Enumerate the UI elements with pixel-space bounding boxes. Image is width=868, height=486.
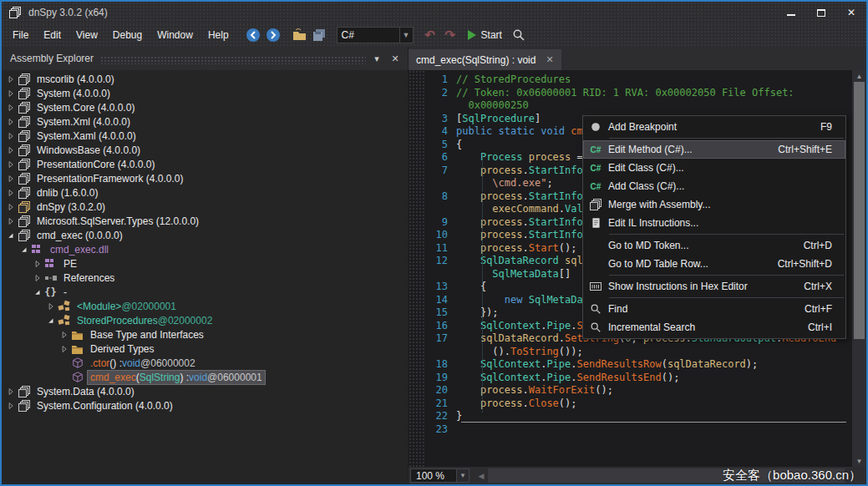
open-file-button[interactable] (291, 26, 309, 44)
code-line[interactable]: 1// StoredProcedures (424, 73, 852, 87)
expander-expanded-icon[interactable] (18, 242, 30, 256)
expander-expanded-icon[interactable] (5, 228, 17, 242)
code-line[interactable]: 19 SqlContext.Pipe.SendResultsEnd(); (424, 372, 852, 385)
menu-item-file[interactable]: File (5, 26, 36, 44)
tree-item[interactable]: References (2, 271, 408, 285)
minimize-button[interactable] (776, 2, 806, 23)
tab-close-icon[interactable]: ✕ (546, 54, 553, 65)
expander-collapsed-icon[interactable] (5, 143, 17, 157)
scroll-up-icon[interactable]: ▲ (852, 70, 866, 82)
expander-collapsed-icon[interactable] (58, 342, 70, 356)
menu-item-edit[interactable]: Edit (36, 26, 69, 44)
expander-collapsed-icon[interactable] (5, 185, 17, 200)
tree-item[interactable]: dnlib (1.6.0.0) (2, 185, 408, 200)
vertical-scrollbar[interactable]: ▲ ▼ (852, 70, 866, 467)
start-debug-button[interactable]: Start (467, 29, 502, 41)
context-menu-item[interactable]: Incremental SearchCtrl+I (583, 318, 845, 337)
expander-collapsed-icon[interactable] (32, 271, 43, 285)
code-line[interactable]: 21 process.Close(); (424, 397, 852, 411)
code-line[interactable]: 2// Token: 0x06000001 RID: 1 RVA: 0x0000… (424, 87, 852, 100)
expander-collapsed-icon[interactable] (5, 384, 17, 398)
tree-item[interactable]: WindowsBase (4.0.0.0) (2, 143, 408, 157)
context-menu-item[interactable]: C#Add Class (C#)... (583, 177, 845, 195)
tree-item[interactable]: System.Configuration (4.0.0.0) (2, 398, 408, 413)
context-menu-item[interactable]: Add BreakpointF9 (583, 118, 845, 136)
chevron-down-icon[interactable]: ▾ (369, 51, 384, 66)
tree-item[interactable]: {}- (2, 285, 408, 299)
tab-cmd-exec[interactable]: cmd_exec(SqlString) : void ✕ (409, 49, 561, 70)
tree-item[interactable]: cmd_exec.dll (2, 242, 408, 256)
code-line[interactable]: ().ToString()); (424, 346, 852, 359)
close-panel-icon[interactable]: ✕ (388, 51, 403, 66)
tree-item[interactable]: cmd_exec(SqlString) : void @06000001 (2, 370, 408, 384)
tree-item[interactable]: PresentationFramework (4.0.0.0) (2, 171, 408, 185)
code-line[interactable]: 0x00000250 (424, 99, 852, 113)
navigate-back-button[interactable] (244, 26, 262, 44)
search-button[interactable] (510, 26, 528, 44)
expander-collapsed-icon[interactable] (45, 299, 57, 313)
tree-item[interactable]: System.Xml (4.0.0.0) (2, 114, 408, 129)
expander-collapsed-icon[interactable] (5, 398, 17, 413)
tree-item[interactable]: StoredProcedures @02000002 (2, 313, 408, 327)
tree-item[interactable]: cmd_exec (0.0.0.0) (2, 228, 408, 242)
close-button[interactable]: ✕ (836, 2, 866, 23)
zoom-combobox[interactable]: 100 % (410, 468, 457, 483)
expander-collapsed-icon[interactable] (58, 327, 70, 342)
redo-button[interactable]: ↷ (441, 26, 459, 44)
expander-expanded-icon[interactable] (32, 285, 43, 299)
expander-collapsed-icon[interactable] (5, 157, 17, 171)
expander-collapsed-icon[interactable] (5, 100, 17, 114)
menu-item-debug[interactable]: Debug (105, 26, 150, 44)
expander-collapsed-icon[interactable] (5, 171, 17, 185)
context-menu-item[interactable]: Show Instructions in Hex EditorCtrl+X (583, 277, 845, 296)
tree-label-part: () : (109, 357, 122, 369)
expander-collapsed-icon[interactable] (5, 72, 17, 86)
code-line[interactable]: 18 SqlContext.Pipe.SendResultsRow(sqlDat… (424, 358, 852, 372)
context-menu-item[interactable]: Edit IL Instructions... (583, 214, 845, 232)
context-menu-item[interactable]: Merge with Assembly... (583, 195, 845, 214)
save-all-button[interactable] (311, 26, 329, 44)
menu-item-window[interactable]: Window (150, 26, 201, 44)
context-menu-item[interactable]: Go to MD Token...Ctrl+D (583, 236, 845, 255)
expander-expanded-icon[interactable] (45, 313, 57, 327)
tree-item[interactable]: PresentationCore (4.0.0.0) (2, 157, 408, 171)
tree-item[interactable]: System (4.0.0.0) (2, 86, 408, 100)
tree-item[interactable]: .ctor() : void @06000002 (2, 356, 408, 370)
scroll-down-icon[interactable]: ▼ (852, 455, 866, 467)
tree-item[interactable]: <Module> @02000001 (2, 299, 408, 313)
expander-collapsed-icon[interactable] (5, 200, 17, 214)
breakpoint-gutter[interactable] (409, 70, 424, 467)
code-token: . (571, 320, 576, 332)
scroll-left-icon[interactable]: ◀ (475, 472, 488, 480)
code-line[interactable]: 20 process.WaitForExit(); (424, 384, 852, 397)
navigate-forward-button[interactable] (264, 26, 282, 44)
scrollbar-thumb[interactable] (854, 82, 865, 339)
context-menu-item[interactable]: FindCtrl+F (583, 300, 845, 318)
context-menu-item[interactable]: Go to MD Table Row...Ctrl+Shift+D (583, 255, 845, 273)
code-text: [SqlProcedure] (456, 113, 541, 126)
tree-item[interactable]: PE (2, 256, 408, 271)
tree-item[interactable]: mscorlib (4.0.0.0) (2, 72, 408, 86)
expander-collapsed-icon[interactable] (5, 114, 17, 129)
undo-button[interactable]: ↶ (421, 26, 439, 44)
expander-collapsed-icon[interactable] (5, 129, 17, 143)
tree-item[interactable]: dnSpy (3.0.2.0) (2, 200, 408, 214)
tree-item[interactable]: Base Type and Interfaces (2, 327, 408, 342)
references-icon (43, 271, 58, 285)
menu-item-view[interactable]: View (69, 26, 105, 44)
context-menu-item[interactable]: C#Edit Method (C#)...Ctrl+Shift+E (583, 140, 845, 159)
maximize-button[interactable] (806, 2, 836, 23)
tree-item[interactable]: System.Data (4.0.0.0) (2, 384, 408, 398)
expander-collapsed-icon[interactable] (5, 86, 17, 100)
language-combobox[interactable]: C# ▼ (337, 27, 414, 43)
tree-item[interactable]: System.Xaml (4.0.0.0) (2, 129, 408, 143)
context-menu-item[interactable]: C#Edit Class (C#)... (583, 159, 845, 177)
code-line[interactable]: 23 (424, 423, 852, 437)
tree-item[interactable]: Microsoft.SqlServer.Types (12.0.0.0) (2, 214, 408, 228)
chevron-down-icon[interactable]: ▼ (457, 468, 470, 483)
tree-item[interactable]: Derived Types (2, 342, 408, 356)
tree-item[interactable]: System.Core (4.0.0.0) (2, 100, 408, 114)
expander-collapsed-icon[interactable] (5, 214, 17, 228)
menu-item-help[interactable]: Help (201, 26, 236, 44)
expander-collapsed-icon[interactable] (32, 256, 43, 271)
